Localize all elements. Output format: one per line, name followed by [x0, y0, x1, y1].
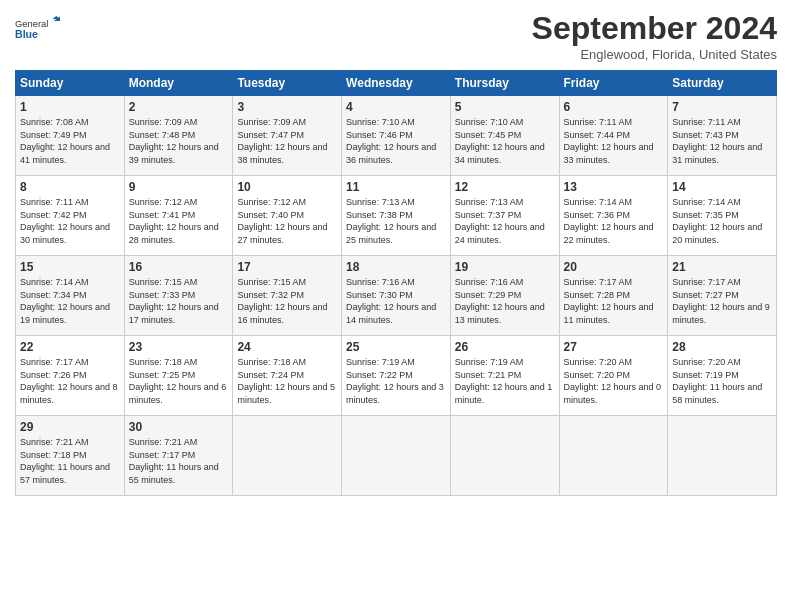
day-number: 8 — [20, 180, 120, 194]
day-info: Sunrise: 7:11 AM Sunset: 7:44 PM Dayligh… — [564, 116, 664, 166]
calendar-cell: 19 Sunrise: 7:16 AM Sunset: 7:29 PM Dayl… — [450, 256, 559, 336]
day-info: Sunrise: 7:20 AM Sunset: 7:20 PM Dayligh… — [564, 356, 664, 406]
day-number: 19 — [455, 260, 555, 274]
logo-svg: General Blue — [15, 10, 65, 50]
col-monday: Monday — [124, 71, 233, 96]
day-info: Sunrise: 7:17 AM Sunset: 7:26 PM Dayligh… — [20, 356, 120, 406]
location: Englewood, Florida, United States — [532, 47, 777, 62]
col-sunday: Sunday — [16, 71, 125, 96]
col-saturday: Saturday — [668, 71, 777, 96]
month-title: September 2024 — [532, 10, 777, 47]
day-info: Sunrise: 7:11 AM Sunset: 7:43 PM Dayligh… — [672, 116, 772, 166]
day-number: 5 — [455, 100, 555, 114]
day-number: 27 — [564, 340, 664, 354]
calendar-cell — [668, 416, 777, 496]
calendar-cell: 3 Sunrise: 7:09 AM Sunset: 7:47 PM Dayli… — [233, 96, 342, 176]
calendar-cell: 9 Sunrise: 7:12 AM Sunset: 7:41 PM Dayli… — [124, 176, 233, 256]
calendar-cell: 11 Sunrise: 7:13 AM Sunset: 7:38 PM Dayl… — [342, 176, 451, 256]
day-number: 26 — [455, 340, 555, 354]
header: General Blue September 2024 Englewood, F… — [15, 10, 777, 62]
calendar-cell: 28 Sunrise: 7:20 AM Sunset: 7:19 PM Dayl… — [668, 336, 777, 416]
day-number: 9 — [129, 180, 229, 194]
day-info: Sunrise: 7:20 AM Sunset: 7:19 PM Dayligh… — [672, 356, 772, 406]
calendar-cell: 6 Sunrise: 7:11 AM Sunset: 7:44 PM Dayli… — [559, 96, 668, 176]
day-info: Sunrise: 7:09 AM Sunset: 7:48 PM Dayligh… — [129, 116, 229, 166]
calendar-cell: 7 Sunrise: 7:11 AM Sunset: 7:43 PM Dayli… — [668, 96, 777, 176]
calendar-cell: 16 Sunrise: 7:15 AM Sunset: 7:33 PM Dayl… — [124, 256, 233, 336]
day-info: Sunrise: 7:10 AM Sunset: 7:45 PM Dayligh… — [455, 116, 555, 166]
calendar-cell: 14 Sunrise: 7:14 AM Sunset: 7:35 PM Dayl… — [668, 176, 777, 256]
calendar-cell — [450, 416, 559, 496]
day-info: Sunrise: 7:16 AM Sunset: 7:29 PM Dayligh… — [455, 276, 555, 326]
calendar-cell: 5 Sunrise: 7:10 AM Sunset: 7:45 PM Dayli… — [450, 96, 559, 176]
day-info: Sunrise: 7:18 AM Sunset: 7:24 PM Dayligh… — [237, 356, 337, 406]
calendar-cell — [559, 416, 668, 496]
col-friday: Friday — [559, 71, 668, 96]
day-number: 2 — [129, 100, 229, 114]
day-number: 6 — [564, 100, 664, 114]
day-number: 3 — [237, 100, 337, 114]
day-number: 21 — [672, 260, 772, 274]
svg-text:Blue: Blue — [15, 28, 38, 40]
day-info: Sunrise: 7:19 AM Sunset: 7:22 PM Dayligh… — [346, 356, 446, 406]
calendar-cell: 10 Sunrise: 7:12 AM Sunset: 7:40 PM Dayl… — [233, 176, 342, 256]
day-number: 25 — [346, 340, 446, 354]
col-thursday: Thursday — [450, 71, 559, 96]
day-number: 24 — [237, 340, 337, 354]
calendar-week-row: 1 Sunrise: 7:08 AM Sunset: 7:49 PM Dayli… — [16, 96, 777, 176]
day-number: 7 — [672, 100, 772, 114]
day-number: 15 — [20, 260, 120, 274]
day-info: Sunrise: 7:12 AM Sunset: 7:40 PM Dayligh… — [237, 196, 337, 246]
calendar-week-row: 8 Sunrise: 7:11 AM Sunset: 7:42 PM Dayli… — [16, 176, 777, 256]
day-info: Sunrise: 7:08 AM Sunset: 7:49 PM Dayligh… — [20, 116, 120, 166]
day-number: 1 — [20, 100, 120, 114]
calendar-cell: 25 Sunrise: 7:19 AM Sunset: 7:22 PM Dayl… — [342, 336, 451, 416]
calendar-cell: 1 Sunrise: 7:08 AM Sunset: 7:49 PM Dayli… — [16, 96, 125, 176]
calendar-cell: 17 Sunrise: 7:15 AM Sunset: 7:32 PM Dayl… — [233, 256, 342, 336]
day-info: Sunrise: 7:18 AM Sunset: 7:25 PM Dayligh… — [129, 356, 229, 406]
day-number: 28 — [672, 340, 772, 354]
day-info: Sunrise: 7:15 AM Sunset: 7:33 PM Dayligh… — [129, 276, 229, 326]
day-info: Sunrise: 7:16 AM Sunset: 7:30 PM Dayligh… — [346, 276, 446, 326]
header-row: Sunday Monday Tuesday Wednesday Thursday… — [16, 71, 777, 96]
calendar-cell: 22 Sunrise: 7:17 AM Sunset: 7:26 PM Dayl… — [16, 336, 125, 416]
calendar-cell: 20 Sunrise: 7:17 AM Sunset: 7:28 PM Dayl… — [559, 256, 668, 336]
calendar-cell: 27 Sunrise: 7:20 AM Sunset: 7:20 PM Dayl… — [559, 336, 668, 416]
calendar-week-row: 22 Sunrise: 7:17 AM Sunset: 7:26 PM Dayl… — [16, 336, 777, 416]
day-info: Sunrise: 7:13 AM Sunset: 7:38 PM Dayligh… — [346, 196, 446, 246]
calendar-cell: 4 Sunrise: 7:10 AM Sunset: 7:46 PM Dayli… — [342, 96, 451, 176]
calendar-cell: 30 Sunrise: 7:21 AM Sunset: 7:17 PM Dayl… — [124, 416, 233, 496]
day-number: 16 — [129, 260, 229, 274]
day-number: 12 — [455, 180, 555, 194]
calendar-cell: 23 Sunrise: 7:18 AM Sunset: 7:25 PM Dayl… — [124, 336, 233, 416]
day-info: Sunrise: 7:11 AM Sunset: 7:42 PM Dayligh… — [20, 196, 120, 246]
calendar-table: Sunday Monday Tuesday Wednesday Thursday… — [15, 70, 777, 496]
day-number: 20 — [564, 260, 664, 274]
day-info: Sunrise: 7:10 AM Sunset: 7:46 PM Dayligh… — [346, 116, 446, 166]
day-info: Sunrise: 7:14 AM Sunset: 7:34 PM Dayligh… — [20, 276, 120, 326]
day-info: Sunrise: 7:12 AM Sunset: 7:41 PM Dayligh… — [129, 196, 229, 246]
calendar-cell: 2 Sunrise: 7:09 AM Sunset: 7:48 PM Dayli… — [124, 96, 233, 176]
day-number: 18 — [346, 260, 446, 274]
day-info: Sunrise: 7:13 AM Sunset: 7:37 PM Dayligh… — [455, 196, 555, 246]
day-info: Sunrise: 7:15 AM Sunset: 7:32 PM Dayligh… — [237, 276, 337, 326]
calendar-week-row: 29 Sunrise: 7:21 AM Sunset: 7:18 PM Dayl… — [16, 416, 777, 496]
day-info: Sunrise: 7:09 AM Sunset: 7:47 PM Dayligh… — [237, 116, 337, 166]
day-info: Sunrise: 7:14 AM Sunset: 7:36 PM Dayligh… — [564, 196, 664, 246]
day-number: 11 — [346, 180, 446, 194]
logo: General Blue — [15, 10, 65, 50]
day-number: 29 — [20, 420, 120, 434]
day-number: 30 — [129, 420, 229, 434]
day-number: 4 — [346, 100, 446, 114]
calendar-cell: 18 Sunrise: 7:16 AM Sunset: 7:30 PM Dayl… — [342, 256, 451, 336]
day-number: 13 — [564, 180, 664, 194]
title-area: September 2024 Englewood, Florida, Unite… — [532, 10, 777, 62]
calendar-week-row: 15 Sunrise: 7:14 AM Sunset: 7:34 PM Dayl… — [16, 256, 777, 336]
day-info: Sunrise: 7:21 AM Sunset: 7:18 PM Dayligh… — [20, 436, 120, 486]
calendar-cell: 21 Sunrise: 7:17 AM Sunset: 7:27 PM Dayl… — [668, 256, 777, 336]
calendar-body: 1 Sunrise: 7:08 AM Sunset: 7:49 PM Dayli… — [16, 96, 777, 496]
day-info: Sunrise: 7:14 AM Sunset: 7:35 PM Dayligh… — [672, 196, 772, 246]
day-info: Sunrise: 7:17 AM Sunset: 7:28 PM Dayligh… — [564, 276, 664, 326]
day-number: 10 — [237, 180, 337, 194]
col-tuesday: Tuesday — [233, 71, 342, 96]
